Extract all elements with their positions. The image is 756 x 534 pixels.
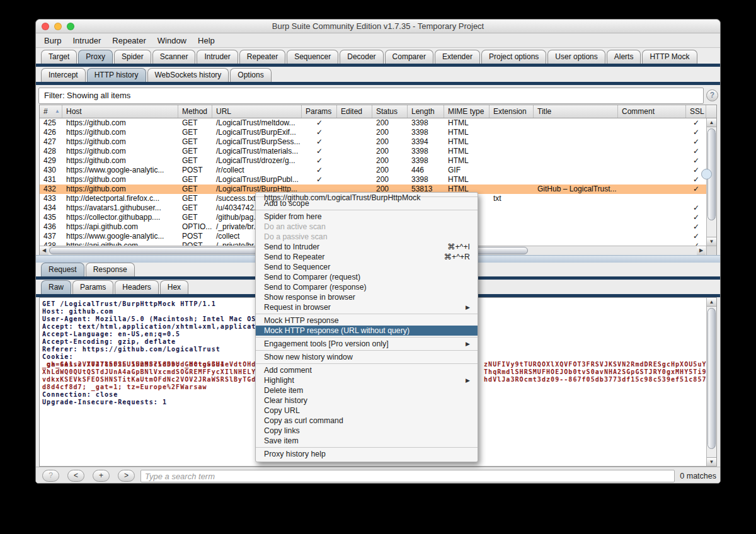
scroll-up-icon[interactable]: ▲ [707,298,716,307]
tab-intruder[interactable]: Intruder [197,50,238,64]
menu-item-delete-item[interactable]: Delete item [256,385,478,395]
menu-item-do-an-active-scan[interactable]: Do an active scan [256,222,478,232]
tab-spider[interactable]: Spider [114,50,151,64]
menu-repeater[interactable]: Repeater [106,36,151,45]
table-row-430[interactable]: 430https://www.google-analytic...POST/r/… [40,166,706,175]
cell-comment [618,222,686,232]
scroll-down-icon[interactable]: ▼ [707,457,716,466]
title-bar[interactable]: Burp Suite Community Edition v1.7.35 - T… [36,20,720,33]
table-row-428[interactable]: 428https://github.comGET/LogicalTrust/ma… [40,147,706,156]
tab-intercept[interactable]: Intercept [41,68,86,82]
tab-http-mock[interactable]: HTTP Mock [642,50,697,64]
tab-proxy[interactable]: Proxy [78,50,113,64]
column-header-host[interactable]: Host [62,105,178,118]
menu-item-send-to-repeater[interactable]: Send to Repeater⌘+^+R [256,252,478,262]
search-input[interactable] [140,470,675,482]
column-header-extension[interactable]: Extension [490,105,534,118]
menu-item-send-to-comparer-request[interactable]: Send to Comparer (request) [256,272,478,282]
tab-scanner[interactable]: Scanner [152,50,196,64]
menu-item-label: Add comment [264,365,312,375]
cell-status: 200 [372,156,408,166]
editor-scroll-thumb[interactable] [707,308,716,449]
menu-item-mock-http-response-url-without-query[interactable]: Mock HTTP response (URL without query) [256,326,478,336]
scroll-up-icon[interactable]: ▲ [707,118,716,127]
menu-item-request-in-browser[interactable]: Request in browser▶ [256,302,478,312]
tab-project-options[interactable]: Project options [481,50,546,64]
cell-title [534,241,618,246]
search-next-button[interactable]: > [118,470,135,482]
menu-item-spider-from-here[interactable]: Spider from here [256,212,478,222]
menu-item-save-item[interactable]: Save item [256,436,478,446]
menu-item-copy-url[interactable]: Copy URL [256,406,478,416]
table-row-429[interactable]: 429https://github.comGET/LogicalTrust/dr… [40,156,706,166]
menu-item-engagement-tools-pro-version-only[interactable]: Engagement tools [Pro version only]▶ [256,339,478,349]
menu-burp[interactable]: Burp [38,36,67,45]
filter-help-button[interactable]: ? [706,89,718,101]
menu-help[interactable]: Help [192,36,220,45]
tab-headers[interactable]: Headers [115,280,158,294]
tab-options[interactable]: Options [230,68,271,82]
menu-window[interactable]: Window [152,36,192,45]
menu-item-add-comment[interactable]: Add comment [256,365,478,375]
column-header-edited[interactable]: Edited [337,105,372,118]
editor-vertical-scrollbar[interactable]: ▲ ▼ [706,298,716,466]
table-row-425[interactable]: 425https://github.comGET/LogicalTrust/me… [40,118,706,128]
tab-http-history[interactable]: HTTP history [87,68,146,82]
column-header-comment[interactable]: Comment [618,105,686,118]
tab-extender[interactable]: Extender [435,50,480,64]
scroll-bubble[interactable] [701,169,712,179]
menu-intruder[interactable]: Intruder [67,36,106,45]
column-header-status[interactable]: Status [372,105,408,118]
menu-item-highlight[interactable]: Highlight▶ [256,375,478,385]
menu-item-clear-history[interactable]: Clear history [256,395,478,406]
menu-item-copy-links[interactable]: Copy links [256,426,478,436]
cell-length: 3398 [408,118,444,128]
search-help-button[interactable]: ? [42,470,59,482]
column-header-mime-type[interactable]: MIME type [444,105,490,118]
search-previous-button[interactable]: < [67,470,84,482]
cell-url: /LogicalTrust/BurpSess... [212,137,302,147]
cell-extension [490,128,534,137]
tab-comparer[interactable]: Comparer [385,50,433,64]
scroll-down-icon[interactable]: ▼ [707,237,716,246]
tab-websockets-history[interactable]: WebSockets history [147,68,229,82]
tab-decoder[interactable]: Decoder [340,50,383,64]
tab-sequencer[interactable]: Sequencer [287,50,338,64]
search-add-button[interactable]: + [93,470,110,482]
menu-item-show-new-history-window[interactable]: Show new history window [256,352,478,362]
table-vertical-scrollbar[interactable]: ▲ ▼ [706,118,716,246]
scroll-left-icon[interactable]: ◀ [40,246,49,255]
column-header-params[interactable]: Params [302,105,337,118]
menu-item-copy-as-curl-command[interactable]: Copy as curl command [256,416,478,426]
column-header-num[interactable]: #▲ [40,105,62,118]
filter-bar[interactable]: Filter: Showing all items [38,88,704,104]
menu-item-show-response-in-browser[interactable]: Show response in browser [256,292,478,302]
menu-item-proxy-history-help[interactable]: Proxy history help [256,449,478,459]
menu-item-send-to-comparer-response[interactable]: Send to Comparer (response) [256,282,478,292]
tab-user-options[interactable]: User options [547,50,605,64]
sub-tab-underline-band [36,82,720,85]
table-row-431[interactable]: 431https://github.comGET/LogicalTrust/Bu… [40,175,706,185]
table-row-426[interactable]: 426https://github.comGET/LogicalTrust/Bu… [40,128,706,137]
menu-item-send-to-intruder[interactable]: Send to Intruder⌘+^+I [256,242,478,252]
tab-request[interactable]: Request [41,263,84,276]
tab-alerts[interactable]: Alerts [607,50,641,64]
column-header-method[interactable]: Method [178,105,212,118]
column-header-ssl[interactable]: SSL [686,105,706,118]
tab-hex[interactable]: Hex [160,280,188,294]
tab-params[interactable]: Params [72,280,113,294]
menu-item-do-a-passive-scan[interactable]: Do a passive scan [256,232,478,242]
tab-response[interactable]: Response [86,263,135,276]
cell-length: 3398 [408,156,444,166]
tab-target[interactable]: Target [41,50,77,64]
cell-title [534,222,618,232]
column-header-length[interactable]: Length [408,105,444,118]
tab-repeater[interactable]: Repeater [239,50,285,64]
menu-item-send-to-sequencer[interactable]: Send to Sequencer [256,262,478,272]
table-row-427[interactable]: 427https://github.comGET/LogicalTrust/Bu… [40,137,706,147]
column-header-url[interactable]: URL [212,105,302,118]
column-header-title[interactable]: Title [534,105,618,118]
menu-item-mock-http-response[interactable]: Mock HTTP response [256,315,478,326]
scroll-right-icon[interactable]: ▶ [697,246,706,255]
tab-raw[interactable]: Raw [41,280,71,294]
